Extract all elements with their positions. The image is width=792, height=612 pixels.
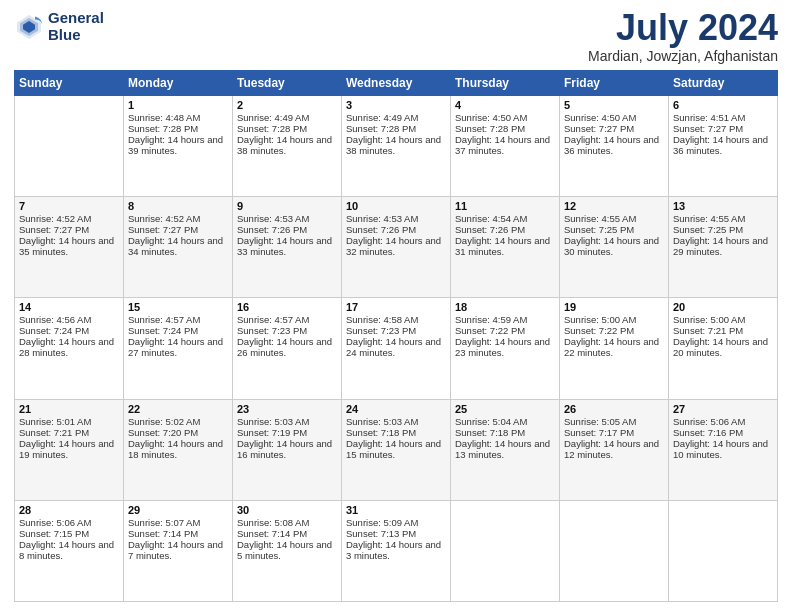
sunset-text: Sunset: 7:22 PM [455,325,555,336]
daylight-text: Daylight: 14 hours and 30 minutes. [564,235,664,257]
sunset-text: Sunset: 7:28 PM [128,123,228,134]
calendar-cell: 22Sunrise: 5:02 AMSunset: 7:20 PMDayligh… [124,399,233,500]
calendar-cell: 7Sunrise: 4:52 AMSunset: 7:27 PMDaylight… [15,197,124,298]
day-number: 7 [19,200,119,212]
sunrise-text: Sunrise: 5:01 AM [19,416,119,427]
day-header-sunday: Sunday [15,71,124,96]
logo: General Blue [14,10,104,43]
calendar-cell: 24Sunrise: 5:03 AMSunset: 7:18 PMDayligh… [342,399,451,500]
day-number: 20 [673,301,773,313]
daylight-text: Daylight: 14 hours and 13 minutes. [455,438,555,460]
sunrise-text: Sunrise: 4:57 AM [128,314,228,325]
sunrise-text: Sunrise: 4:49 AM [237,112,337,123]
daylight-text: Daylight: 14 hours and 36 minutes. [673,134,773,156]
week-row-3: 14Sunrise: 4:56 AMSunset: 7:24 PMDayligh… [15,298,778,399]
header: General Blue July 2024 Mardian, Jowzjan,… [14,10,778,64]
sunrise-text: Sunrise: 5:05 AM [564,416,664,427]
sunrise-text: Sunrise: 4:56 AM [19,314,119,325]
daylight-text: Daylight: 14 hours and 20 minutes. [673,336,773,358]
daylight-text: Daylight: 14 hours and 10 minutes. [673,438,773,460]
calendar-cell: 5Sunrise: 4:50 AMSunset: 7:27 PMDaylight… [560,96,669,197]
daylight-text: Daylight: 14 hours and 29 minutes. [673,235,773,257]
sunset-text: Sunset: 7:28 PM [455,123,555,134]
calendar-cell: 19Sunrise: 5:00 AMSunset: 7:22 PMDayligh… [560,298,669,399]
day-header-friday: Friday [560,71,669,96]
sunrise-text: Sunrise: 4:55 AM [564,213,664,224]
calendar-cell: 12Sunrise: 4:55 AMSunset: 7:25 PMDayligh… [560,197,669,298]
day-number: 9 [237,200,337,212]
sunset-text: Sunset: 7:14 PM [237,528,337,539]
day-number: 17 [346,301,446,313]
sunset-text: Sunset: 7:27 PM [673,123,773,134]
day-number: 31 [346,504,446,516]
sunrise-text: Sunrise: 4:55 AM [673,213,773,224]
calendar-cell: 21Sunrise: 5:01 AMSunset: 7:21 PMDayligh… [15,399,124,500]
calendar-cell: 2Sunrise: 4:49 AMSunset: 7:28 PMDaylight… [233,96,342,197]
calendar-cell: 3Sunrise: 4:49 AMSunset: 7:28 PMDaylight… [342,96,451,197]
header-row: SundayMondayTuesdayWednesdayThursdayFrid… [15,71,778,96]
daylight-text: Daylight: 14 hours and 5 minutes. [237,539,337,561]
day-number: 5 [564,99,664,111]
daylight-text: Daylight: 14 hours and 39 minutes. [128,134,228,156]
sunset-text: Sunset: 7:23 PM [237,325,337,336]
daylight-text: Daylight: 14 hours and 34 minutes. [128,235,228,257]
daylight-text: Daylight: 14 hours and 37 minutes. [455,134,555,156]
calendar-cell: 13Sunrise: 4:55 AMSunset: 7:25 PMDayligh… [669,197,778,298]
sunset-text: Sunset: 7:21 PM [673,325,773,336]
day-number: 22 [128,403,228,415]
sunset-text: Sunset: 7:25 PM [564,224,664,235]
daylight-text: Daylight: 14 hours and 3 minutes. [346,539,446,561]
sunrise-text: Sunrise: 5:02 AM [128,416,228,427]
calendar-cell: 1Sunrise: 4:48 AMSunset: 7:28 PMDaylight… [124,96,233,197]
daylight-text: Daylight: 14 hours and 26 minutes. [237,336,337,358]
calendar-cell: 18Sunrise: 4:59 AMSunset: 7:22 PMDayligh… [451,298,560,399]
day-number: 11 [455,200,555,212]
week-row-4: 21Sunrise: 5:01 AMSunset: 7:21 PMDayligh… [15,399,778,500]
daylight-text: Daylight: 14 hours and 36 minutes. [564,134,664,156]
calendar-cell [560,500,669,601]
daylight-text: Daylight: 14 hours and 24 minutes. [346,336,446,358]
week-row-5: 28Sunrise: 5:06 AMSunset: 7:15 PMDayligh… [15,500,778,601]
month-title: July 2024 [588,10,778,46]
daylight-text: Daylight: 14 hours and 38 minutes. [237,134,337,156]
day-number: 3 [346,99,446,111]
day-number: 16 [237,301,337,313]
sunset-text: Sunset: 7:17 PM [564,427,664,438]
sunrise-text: Sunrise: 5:03 AM [237,416,337,427]
sunrise-text: Sunrise: 4:48 AM [128,112,228,123]
sunrise-text: Sunrise: 4:53 AM [237,213,337,224]
calendar-cell [669,500,778,601]
sunset-text: Sunset: 7:16 PM [673,427,773,438]
day-number: 12 [564,200,664,212]
page: General Blue July 2024 Mardian, Jowzjan,… [0,0,792,612]
day-number: 27 [673,403,773,415]
daylight-text: Daylight: 14 hours and 28 minutes. [19,336,119,358]
day-number: 13 [673,200,773,212]
calendar-cell: 15Sunrise: 4:57 AMSunset: 7:24 PMDayligh… [124,298,233,399]
sunset-text: Sunset: 7:14 PM [128,528,228,539]
sunrise-text: Sunrise: 4:58 AM [346,314,446,325]
day-number: 28 [19,504,119,516]
calendar-cell: 26Sunrise: 5:05 AMSunset: 7:17 PMDayligh… [560,399,669,500]
daylight-text: Daylight: 14 hours and 33 minutes. [237,235,337,257]
sunrise-text: Sunrise: 5:00 AM [673,314,773,325]
sunset-text: Sunset: 7:27 PM [128,224,228,235]
sunset-text: Sunset: 7:18 PM [455,427,555,438]
day-number: 14 [19,301,119,313]
location: Mardian, Jowzjan, Afghanistan [588,48,778,64]
calendar-cell: 9Sunrise: 4:53 AMSunset: 7:26 PMDaylight… [233,197,342,298]
calendar-cell: 27Sunrise: 5:06 AMSunset: 7:16 PMDayligh… [669,399,778,500]
daylight-text: Daylight: 14 hours and 7 minutes. [128,539,228,561]
day-number: 6 [673,99,773,111]
sunset-text: Sunset: 7:28 PM [237,123,337,134]
sunset-text: Sunset: 7:26 PM [346,224,446,235]
calendar-cell: 8Sunrise: 4:52 AMSunset: 7:27 PMDaylight… [124,197,233,298]
sunset-text: Sunset: 7:19 PM [237,427,337,438]
calendar-cell: 30Sunrise: 5:08 AMSunset: 7:14 PMDayligh… [233,500,342,601]
daylight-text: Daylight: 14 hours and 8 minutes. [19,539,119,561]
calendar-cell: 25Sunrise: 5:04 AMSunset: 7:18 PMDayligh… [451,399,560,500]
day-header-wednesday: Wednesday [342,71,451,96]
daylight-text: Daylight: 14 hours and 27 minutes. [128,336,228,358]
daylight-text: Daylight: 14 hours and 16 minutes. [237,438,337,460]
calendar-cell: 4Sunrise: 4:50 AMSunset: 7:28 PMDaylight… [451,96,560,197]
